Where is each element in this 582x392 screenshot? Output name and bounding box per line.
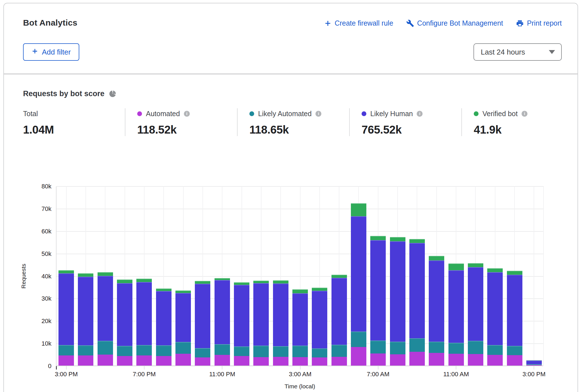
bar-8:00 PM[interactable] [156, 289, 172, 366]
bar-9:00 PM[interactable] [175, 290, 191, 366]
y-axis-tick-label: 30k [28, 294, 51, 303]
stat-label: Automated [146, 110, 180, 118]
stat-automated: Automated i 118.52k [125, 108, 237, 136]
y-axis-tick-label: 50k [28, 250, 51, 258]
info-icon[interactable]: i [417, 111, 423, 117]
bar-10:00 PM[interactable] [195, 281, 210, 366]
segment-likely-human [409, 243, 425, 338]
segment-likely-automated [409, 338, 425, 352]
x-axis-tick [456, 366, 456, 370]
requests-chart: Requests Time (local) 010k20k30k40k50k60… [4, 184, 578, 391]
stat-value: 1.04M [23, 123, 125, 136]
bar-1:00 PM[interactable] [487, 268, 503, 366]
info-icon[interactable]: i [184, 111, 190, 117]
plus-icon [31, 48, 38, 57]
gridline-vertical [534, 186, 534, 366]
segment-automated [312, 357, 327, 366]
segment-verified-bot [175, 290, 191, 293]
section-title: Requests by bot score [23, 89, 105, 98]
time-range-value: Last 24 hours [481, 48, 525, 57]
bar-3:00 PM[interactable] [526, 360, 542, 366]
print-report-link[interactable]: Print report [516, 19, 562, 27]
segment-automated [215, 355, 230, 366]
segment-verified-bot [409, 239, 425, 243]
add-filter-label: Add filter [42, 48, 71, 57]
segment-automated [58, 355, 74, 366]
configure-bot-management-link[interactable]: Configure Bot Management [406, 19, 503, 27]
segment-verified-bot [390, 237, 405, 241]
x-axis-tick-label: 7:00 PM [133, 371, 156, 378]
bar-11:00 AM[interactable] [448, 263, 464, 366]
segment-automated [487, 355, 503, 366]
bar-12:00 PM[interactable] [468, 263, 483, 366]
segment-likely-automated [78, 345, 93, 355]
bar-5:00 AM[interactable] [331, 275, 347, 366]
y-axis-tick-label: 60k [28, 227, 51, 236]
stat-likely-automated: Likely Automated i 118.65k [237, 108, 349, 136]
segment-verified-bot [468, 263, 483, 267]
bar-10:00 AM[interactable] [429, 256, 444, 366]
add-filter-button[interactable]: Add filter [23, 43, 79, 61]
bar-1:00 AM[interactable] [253, 281, 269, 366]
stat-label: Likely Automated [258, 110, 312, 118]
bar-7:00 PM[interactable] [136, 279, 152, 366]
segment-automated [526, 365, 542, 366]
segment-likely-automated [331, 345, 347, 357]
segment-likely-human [117, 283, 132, 346]
bar-9:00 AM[interactable] [409, 239, 425, 366]
page-title: Bot Analytics [23, 18, 77, 28]
segment-likely-automated [136, 345, 152, 356]
axis-origin-tick [56, 366, 57, 370]
bar-5:00 PM[interactable] [98, 272, 113, 366]
x-axis-tick [378, 366, 378, 370]
bar-4:00 AM[interactable] [312, 288, 327, 366]
time-range-dropdown[interactable]: Last 24 hours [473, 43, 562, 61]
info-icon[interactable]: i [522, 111, 527, 117]
bar-6:00 AM[interactable] [351, 203, 366, 366]
automated-color-dot [137, 111, 142, 116]
segment-automated [409, 352, 425, 366]
create-firewall-rule-link[interactable]: Create firewall rule [324, 19, 393, 27]
x-axis-tick-label: 11:00 AM [443, 371, 469, 378]
segment-likely-human [78, 277, 93, 345]
bar-3:00 AM[interactable] [292, 289, 308, 366]
segment-automated [468, 354, 483, 366]
segment-verified-bot [312, 288, 327, 291]
info-icon[interactable]: i [315, 111, 321, 117]
verified-bot-color-dot [474, 111, 479, 116]
segment-likely-human [351, 216, 366, 332]
segment-automated [78, 355, 93, 366]
segment-automated [448, 354, 464, 366]
bar-7:00 AM[interactable] [370, 236, 386, 366]
segment-verified-bot [215, 278, 230, 280]
segment-automated [175, 354, 191, 366]
segment-verified-bot [98, 272, 113, 276]
segment-automated [156, 356, 172, 366]
bar-8:00 AM[interactable] [390, 237, 405, 366]
segment-automated [98, 355, 113, 366]
segment-likely-automated [195, 348, 210, 358]
segment-verified-bot [370, 236, 386, 240]
likely-automated-color-dot [249, 111, 254, 116]
sampled-data-pie-icon[interactable] [109, 91, 116, 97]
segment-verified-bot [78, 273, 93, 277]
bar-2:00 PM[interactable] [507, 271, 522, 366]
bar-2:00 AM[interactable] [273, 280, 288, 366]
section-header: Requests by bot score [23, 89, 578, 98]
bar-4:00 PM[interactable] [78, 273, 93, 366]
bar-6:00 PM[interactable] [117, 280, 132, 366]
segment-likely-automated [312, 348, 327, 357]
segment-likely-automated [370, 341, 386, 353]
bar-3:00 PM[interactable] [58, 270, 74, 366]
segment-verified-bot [507, 271, 522, 275]
bar-11:00 PM[interactable] [215, 278, 230, 366]
bar-12:00 AM[interactable] [234, 282, 249, 366]
y-axis-tick-label: 10k [28, 339, 51, 348]
stats-legend: Total 1.04M Automated i 118.52k Likely A… [23, 108, 578, 136]
segment-verified-bot [331, 275, 347, 278]
segment-likely-human [448, 270, 464, 343]
plus-icon [324, 20, 331, 27]
segment-verified-bot [487, 268, 503, 272]
segment-likely-human [175, 293, 191, 342]
y-axis-tick-label: 40k [28, 272, 51, 281]
